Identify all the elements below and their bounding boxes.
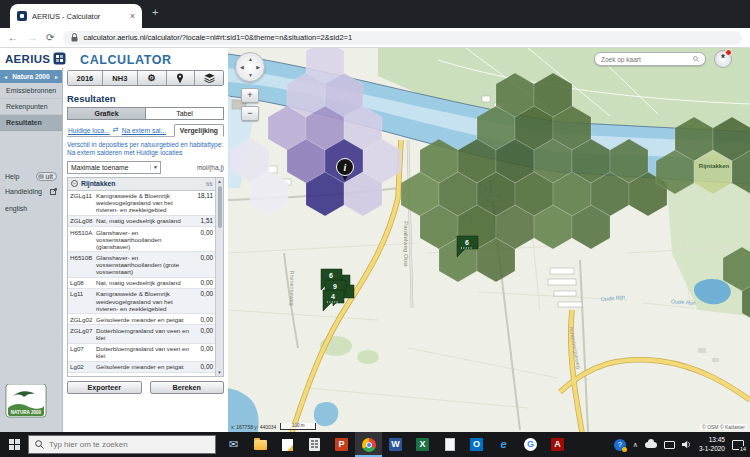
help-icon[interactable]: ?	[614, 439, 626, 451]
help-toggle[interactable]: uit	[36, 172, 57, 181]
swap-icon[interactable]: ⇄	[113, 126, 119, 136]
table-row[interactable]: H6510AGlanshaver- en vossenstaarthooilan…	[68, 227, 215, 252]
map-place-label: Parallelweg Oost	[403, 221, 409, 267]
scrollbar-thumb[interactable]	[218, 186, 222, 228]
result-type-select[interactable]: Maximale toename ▼	[67, 161, 161, 174]
map-search-input[interactable]	[601, 56, 689, 63]
link-na-extern-salderen[interactable]: Na extern sal...	[122, 127, 166, 136]
tab-tabel[interactable]: Tabel	[146, 108, 223, 119]
mail-icon[interactable]: ✉	[220, 432, 247, 457]
map-place-label: Rijntakken	[699, 163, 730, 169]
row-value: 0,00	[191, 254, 213, 275]
devices-icon[interactable]	[664, 441, 675, 449]
taskbar-search[interactable]	[28, 435, 216, 454]
map-pan-control[interactable]: ▲ ▼ ◀ ▶	[235, 52, 265, 82]
table-group-header[interactable]: − Rijntakken ⇅⇅	[68, 178, 223, 191]
natura2000-caption: NATURA 2000	[11, 410, 42, 415]
action-center-icon[interactable]: 14	[732, 440, 744, 450]
map-canvas[interactable]: 6946 i Parallelweg OostOude RijnOude Rij…	[228, 48, 750, 432]
pan-left-icon[interactable]: ◀	[240, 64, 244, 70]
volume-icon[interactable]	[682, 440, 692, 449]
chrome-icon[interactable]	[355, 432, 382, 457]
results-table: − Rijntakken ⇅⇅ ZGLg11Kamgrasweide & Blo…	[67, 177, 224, 377]
calculator-icon[interactable]	[301, 432, 328, 457]
table-row[interactable]: ZGLg08Nat, matig voedselrijk grasland1,5…	[68, 216, 215, 227]
calculate-button[interactable]: Bereken	[150, 381, 225, 394]
sidebar-item-rekenpunten[interactable]: Rekenpunten	[0, 99, 62, 115]
cloud-icon[interactable]	[645, 442, 657, 448]
manual-row[interactable]: Handleiding	[0, 183, 62, 199]
map-image[interactable]: 6946 i Parallelweg OostOude RijnOude Rij…	[228, 48, 750, 432]
table-row[interactable]: H6120Stroomdalgraslanden0,00	[68, 373, 215, 376]
word-icon[interactable]: W	[382, 432, 409, 457]
export-button[interactable]: Exporteer	[67, 381, 142, 394]
row-value: 18,11	[191, 192, 213, 213]
table-row[interactable]: Lg02Geïsoleerde meander en petgat0,00	[68, 362, 215, 373]
zoom-in-button[interactable]: +	[241, 88, 259, 103]
start-button[interactable]	[0, 432, 28, 457]
language-link[interactable]: english	[0, 199, 62, 212]
table-row[interactable]: Lg07Dotterbloemgrasland van veen en klei…	[68, 344, 215, 362]
google-icon[interactable]: G	[517, 432, 544, 457]
collapse-icon[interactable]: −	[71, 180, 78, 187]
row-code: Lg08	[70, 279, 94, 286]
row-value: 0,00	[191, 327, 213, 341]
outlook-icon[interactable]: O	[463, 432, 490, 457]
scope-prev-icon[interactable]: ◄	[3, 74, 8, 80]
year-button[interactable]: 2016	[68, 71, 103, 85]
taskbar-clock[interactable]: 13:45 3-1-2020	[699, 436, 725, 454]
notepad-icon[interactable]	[436, 432, 463, 457]
excel-icon[interactable]: X	[409, 432, 436, 457]
map-settings-button[interactable]: *	[714, 50, 732, 68]
table-row[interactable]: Lg11Kamgrasweide & Bloemrijk weidevogelg…	[68, 289, 215, 314]
row-code: H6120	[70, 375, 94, 376]
sidebar: ◄ Natura 2000 ► Emissiebronnen Rekenpunt…	[0, 70, 62, 432]
file-explorer-icon[interactable]	[247, 432, 274, 457]
table-scrollbar[interactable]: ▲ ▼	[215, 178, 223, 376]
url-field[interactable]: calculator.aerius.nl/calculator/?locale=…	[63, 31, 742, 45]
settings-button[interactable]: ⚙	[138, 71, 167, 85]
new-tab-button[interactable]: +	[152, 6, 158, 18]
scope-selector[interactable]: ◄ Natura 2000 ►	[0, 70, 62, 83]
natura2000-logo: NATURA 2000	[5, 384, 49, 428]
scroll-up-icon[interactable]: ▲	[216, 179, 223, 184]
browser-tab[interactable]: AERIUS - Calculator ×	[10, 4, 142, 28]
marker-button[interactable]	[167, 71, 196, 85]
scope-next-icon[interactable]: ►	[54, 74, 59, 80]
table-row[interactable]: H6510BGlanshaver- en vossenstaarthooilan…	[68, 252, 215, 277]
taskbar-search-input[interactable]	[49, 440, 209, 449]
chevron-up-icon[interactable]: ∧	[633, 441, 638, 448]
edge-icon[interactable]: e	[490, 432, 517, 457]
row-value: 0,00	[191, 279, 213, 286]
table-row[interactable]: ZGLg11Kamgrasweide & Bloemrijk weidevoge…	[68, 191, 215, 216]
link-huidige-locaties[interactable]: Huidige loca...	[68, 127, 110, 136]
sidebar-item-resultaten[interactable]: Resultaten	[0, 115, 62, 131]
table-row[interactable]: ZGLg07Dotterbloemgrasland van veen en kl…	[68, 325, 215, 343]
expand-collapse-icon[interactable]: ⇅⇅	[206, 181, 212, 187]
table-row[interactable]: Lg08Nat, matig voedselrijk grasland0,00	[68, 278, 215, 289]
pan-down-icon[interactable]: ▼	[248, 72, 253, 78]
map-search[interactable]	[594, 52, 706, 66]
substance-button[interactable]: NH3	[103, 71, 138, 85]
table-row[interactable]: ZGLg02Geïsoleerde meander en petgat0,00	[68, 314, 215, 325]
notes-icon[interactable]	[274, 432, 301, 457]
pan-right-icon[interactable]: ▶	[256, 64, 260, 70]
notification-dot	[725, 49, 732, 56]
row-code: H6510A	[70, 229, 94, 250]
results-heading: Resultaten	[67, 93, 224, 104]
back-icon[interactable]: ←	[8, 33, 18, 43]
pan-up-icon[interactable]: ▲	[248, 56, 253, 62]
zoom-out-button[interactable]: −	[241, 106, 259, 121]
tab-close-icon[interactable]: ×	[130, 12, 135, 21]
scroll-down-icon[interactable]: ▼	[216, 370, 223, 375]
sidebar-item-emissiebronnen[interactable]: Emissiebronnen	[0, 83, 62, 99]
acrobat-icon[interactable]: A	[544, 432, 571, 457]
powerpoint-icon[interactable]: P	[328, 432, 355, 457]
tab-vergelijking[interactable]: Vergelijking	[174, 124, 224, 137]
tab-grafiek[interactable]: Grafiek	[68, 108, 146, 119]
forward-icon[interactable]: →	[27, 33, 37, 43]
reload-icon[interactable]: ⟳	[46, 33, 54, 43]
system-tray: ?∧ 13:45 3-1-2020 14	[614, 436, 750, 454]
unit-label: mol/(ha,j)	[197, 164, 224, 171]
layers-button[interactable]	[195, 71, 223, 85]
